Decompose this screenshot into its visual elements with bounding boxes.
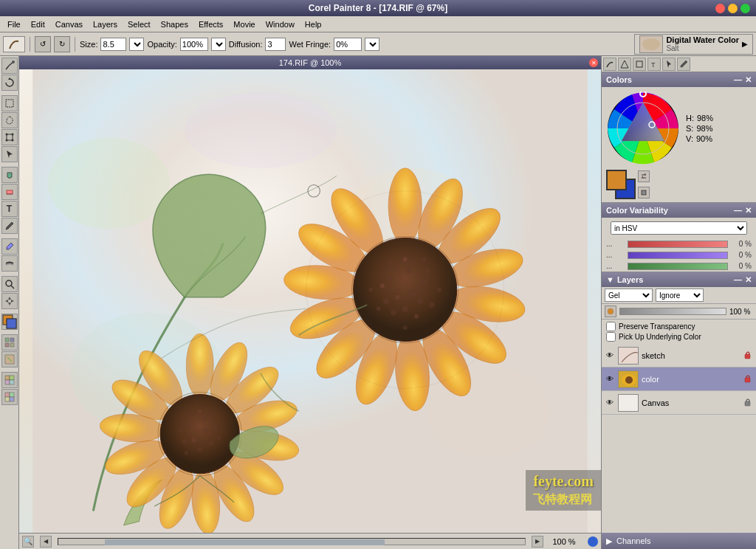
svg-marker-17 [11,300,14,303]
tool-rotate[interactable] [1,75,18,91]
right-tool-pen[interactable] [677,58,690,71]
cv-slider-2[interactable] [628,252,728,259]
tool-paint-bucket[interactable] [1,167,18,183]
wet-fringe-label: Wet Fringe: [289,40,331,49]
layer-lock-canvas [743,398,753,408]
composite-select[interactable]: Ignore Normal [656,289,704,302]
tool-eyedropper[interactable] [1,238,18,255]
menu-edit[interactable]: Edit [27,18,49,30]
tool-brush2[interactable] [1,351,18,367]
cv-slider-3[interactable] [628,263,728,270]
brush-expand-button[interactable]: ▶ [742,40,748,48]
opacity-label: Opacity: [147,40,176,49]
opacity-dropdown[interactable]: ▼ [211,38,226,51]
minimize-button[interactable] [728,4,738,13]
undo-button[interactable]: ↺ [35,36,51,52]
tool-foreground-color[interactable] [1,314,18,330]
menu-window[interactable]: Window [261,18,299,30]
close-button[interactable] [715,4,725,13]
menu-layers[interactable]: Layers [89,18,122,30]
tool-magnify[interactable] [1,276,18,292]
brush-preview[interactable] [3,36,25,52]
opacity-slider[interactable] [619,308,726,315]
tool-pan[interactable] [1,293,18,309]
tool-transform[interactable] [1,129,18,145]
layers-expand-icon[interactable]: ▼ [606,275,614,284]
colorvar-collapse[interactable]: — [734,206,742,215]
zoom-out-button[interactable]: 🔍 [22,536,34,548]
canvas-close-button[interactable]: ✕ [589,58,598,67]
size-input[interactable] [100,38,126,51]
svg-rect-124 [619,395,639,412]
svg-rect-107 [32,69,588,533]
layers-panel-title: Layers [617,275,643,284]
tool-brush[interactable] [1,58,18,74]
scroll-left-button[interactable]: ◀ [40,536,52,548]
cv-slider-1[interactable] [628,241,728,248]
menu-shapes[interactable]: Shapes [157,18,193,30]
right-tool-2[interactable] [618,58,631,71]
colorvar-mode-select[interactable]: in HSV in RGB in HLS [611,221,747,235]
layer-row-canvas[interactable]: 👁 Canvas [602,391,756,415]
tool-pen[interactable] [1,218,18,234]
cv-value-3: 0 % [731,262,752,270]
layer-eye-sketch[interactable]: 👁 [605,351,615,361]
menu-effects[interactable]: Effects [194,18,227,30]
reset-colors-button[interactable] [638,187,650,198]
preserve-transparency-check[interactable] [606,322,616,331]
size-label: Size: [80,40,97,49]
wet-fringe-dropdown[interactable]: ▼ [365,38,379,51]
svg-rect-22 [10,338,14,342]
menu-help[interactable]: Help [300,18,326,30]
scroll-right-button[interactable]: ▶ [532,536,543,548]
wet-fringe-input[interactable] [334,38,362,51]
size-dropdown[interactable]: ▼ [129,38,144,51]
tool-text[interactable]: T [1,201,18,217]
redo-button[interactable]: ↻ [54,36,70,52]
menu-select[interactable]: Select [123,18,155,30]
canvas-content[interactable]: feyte.com 飞特教程网 [19,69,601,533]
diffusion-input[interactable] [265,38,286,51]
layer-row-color[interactable]: 👁 color [602,367,756,391]
colors-panel-collapse[interactable]: — [734,75,742,85]
svg-rect-28 [10,376,14,380]
menu-file[interactable]: File [3,18,25,30]
layer-name-canvas: Canvas [642,398,740,407]
opacity-input[interactable] [180,38,208,51]
swap-colors-button[interactable] [638,170,650,182]
tool-paper[interactable] [1,372,18,388]
layers-collapse[interactable]: — [734,275,742,285]
right-tool-3[interactable] [633,58,646,71]
right-tool-4[interactable]: T [647,58,661,71]
tool-pattern[interactable] [1,334,18,351]
toolbar: ↺ ↻ Size: ▼ Opacity: ▼ Diffusion: Wet Fr… [0,32,756,56]
tool-select-rect[interactable] [1,95,18,111]
layer-eye-color[interactable]: 👁 [605,374,615,384]
foreground-color-swatch[interactable] [606,170,627,190]
colors-panel-close[interactable]: ✕ [745,75,752,85]
tool-eraser[interactable] [1,184,18,200]
horizontal-scrollbar[interactable] [58,538,526,545]
layer-row-sketch[interactable]: 👁 sketch [602,344,756,367]
tool-nozzle[interactable] [1,389,18,405]
layer-eye-canvas[interactable]: 👁 [605,398,615,408]
blend-mode-select[interactable]: Gel Normal Multiply [605,289,653,302]
svg-line-13 [11,286,14,289]
layers-close[interactable]: ✕ [745,275,752,285]
channels-expand-icon[interactable]: ▶ [606,536,612,546]
maximize-button[interactable] [740,4,750,13]
menu-movie[interactable]: Movie [229,18,259,30]
painting[interactable]: feyte.com 飞特教程网 [19,69,601,533]
colorvar-close[interactable]: ✕ [745,206,752,215]
watermark: feyte.com 飞特教程网 [526,470,601,511]
svg-point-119 [608,308,614,314]
pick-up-check[interactable] [606,332,616,342]
right-tool-cursor[interactable] [662,58,676,71]
menu-canvas[interactable]: Canvas [51,18,87,30]
tool-smear[interactable] [1,255,18,272]
color-wheel[interactable] [606,92,680,165]
right-tool-1[interactable] [603,58,616,71]
tool-select-lasso[interactable] [1,112,18,128]
tool-select-arrow[interactable] [1,146,18,162]
window-controls [715,4,750,13]
